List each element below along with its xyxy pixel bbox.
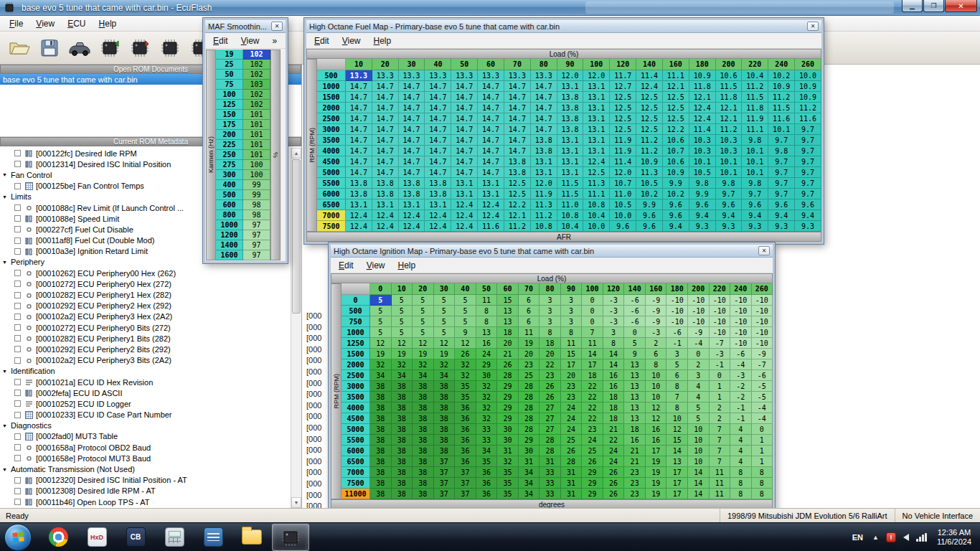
map-cell[interactable]: 26 bbox=[497, 359, 519, 370]
map-cell[interactable]: -10 bbox=[710, 327, 731, 338]
map-cell[interactable]: 22 bbox=[582, 381, 603, 392]
map-cell[interactable]: 32 bbox=[392, 359, 413, 370]
maf-hz-cell[interactable]: 250 bbox=[216, 150, 243, 160]
map-cell[interactable]: 3 bbox=[666, 349, 688, 359]
map-cell[interactable]: 26 bbox=[540, 381, 561, 392]
tree-item-checkbox[interactable] bbox=[14, 183, 21, 189]
map-cell[interactable]: -3 bbox=[710, 349, 731, 359]
map-cell[interactable]: 27 bbox=[540, 413, 561, 424]
map-cell[interactable]: 22 bbox=[603, 435, 625, 446]
map-cell[interactable]: 12.4 bbox=[346, 221, 372, 232]
map-cell[interactable]: 3 bbox=[540, 306, 561, 316]
map-cell[interactable]: 14.7 bbox=[451, 167, 478, 178]
map-cell[interactable]: 36 bbox=[455, 402, 476, 413]
map-cell[interactable]: 13.3 bbox=[451, 70, 478, 81]
map-cell[interactable]: 14.7 bbox=[399, 156, 425, 167]
map-cell[interactable]: 10.1 bbox=[742, 146, 768, 156]
map-cell[interactable]: 19 bbox=[646, 489, 667, 499]
map-cell[interactable]: 13.3 bbox=[372, 70, 399, 81]
map-cell[interactable]: 12.5 bbox=[636, 124, 663, 135]
rpm-header-cell[interactable]: 5000 bbox=[341, 424, 370, 435]
map-cell[interactable]: 34 bbox=[476, 446, 498, 456]
map-cell[interactable]: -10 bbox=[666, 316, 688, 327]
map-cell[interactable]: 1 bbox=[710, 392, 731, 402]
maf-hz-cell[interactable]: 1400 bbox=[216, 240, 243, 250]
map-cell[interactable]: 10 bbox=[666, 413, 688, 424]
map-cell[interactable]: 14.7 bbox=[399, 103, 425, 113]
map-cell[interactable]: 10.3 bbox=[689, 146, 716, 156]
map-cell[interactable]: 20 bbox=[540, 349, 561, 359]
map-cell[interactable]: 6 bbox=[519, 316, 540, 327]
map-cell[interactable]: -10 bbox=[710, 316, 731, 327]
load-header-cell[interactable]: 260 bbox=[752, 283, 773, 295]
ignition-menu-view[interactable]: View bbox=[360, 259, 392, 272]
map-cell[interactable]: 13.1 bbox=[531, 167, 557, 178]
map-cell[interactable]: 13.1 bbox=[583, 81, 610, 92]
map-cell[interactable]: 12.4 bbox=[478, 199, 504, 210]
map-cell[interactable]: 5 bbox=[370, 295, 392, 306]
map-cell[interactable]: 11.9 bbox=[742, 113, 768, 124]
map-cell[interactable]: 11.4 bbox=[689, 124, 716, 135]
rpm-header-cell[interactable]: 5500 bbox=[317, 178, 346, 189]
map-cell[interactable]: 18 bbox=[582, 370, 603, 381]
map-cell[interactable]: 13.1 bbox=[557, 81, 584, 92]
map-cell[interactable]: 8 bbox=[730, 467, 752, 478]
load-header-cell[interactable]: 160 bbox=[663, 59, 689, 70]
map-cell[interactable]: -10 bbox=[752, 306, 773, 316]
rpm-header-cell[interactable]: 3500 bbox=[341, 392, 370, 402]
map-cell[interactable]: 13.1 bbox=[557, 156, 584, 167]
map-cell[interactable]: 11.5 bbox=[557, 178, 584, 189]
map-cell[interactable]: 19 bbox=[413, 349, 434, 359]
map-cell[interactable]: 10.4 bbox=[557, 221, 584, 232]
map-cell[interactable]: 24 bbox=[561, 424, 583, 435]
map-cell[interactable]: 12.4 bbox=[689, 103, 716, 113]
map-cell[interactable]: 10.6 bbox=[663, 135, 689, 146]
map-cell[interactable]: 6 bbox=[519, 295, 540, 306]
map-cell[interactable]: 38 bbox=[413, 467, 434, 478]
map-cell[interactable]: 22 bbox=[582, 402, 603, 413]
map-cell[interactable]: -3 bbox=[646, 327, 667, 338]
map-cell[interactable]: 35 bbox=[476, 456, 498, 467]
map-cell[interactable]: 29 bbox=[582, 467, 603, 478]
map-cell[interactable]: 25 bbox=[519, 370, 540, 381]
map-cell[interactable]: 12.4 bbox=[425, 210, 451, 221]
map-cell[interactable]: 12.0 bbox=[557, 70, 584, 81]
load-header-cell[interactable]: 200 bbox=[716, 59, 743, 70]
map-cell[interactable]: 13.1 bbox=[451, 178, 478, 189]
maf-hz-cell[interactable]: 800 bbox=[216, 210, 243, 220]
map-cell[interactable]: 7 bbox=[582, 327, 603, 338]
map-cell[interactable]: 13.1 bbox=[372, 199, 399, 210]
maf-close-icon[interactable]: ✕ bbox=[271, 22, 283, 31]
map-cell[interactable]: 14.7 bbox=[372, 146, 399, 156]
close-button[interactable]: ✕ bbox=[945, 0, 977, 12]
map-cell[interactable]: 38 bbox=[413, 413, 434, 424]
map-cell[interactable]: 28 bbox=[519, 402, 540, 413]
map-cell[interactable]: 0 bbox=[752, 424, 773, 435]
map-cell[interactable]: 11.2 bbox=[636, 135, 663, 146]
map-cell[interactable]: 13.1 bbox=[425, 199, 451, 210]
map-cell[interactable]: 36 bbox=[476, 489, 498, 499]
map-cell[interactable]: 5 bbox=[455, 295, 476, 306]
map-cell[interactable]: 10.6 bbox=[716, 70, 743, 81]
maf-hz-cell[interactable]: 150 bbox=[216, 110, 243, 120]
map-cell[interactable]: 9.7 bbox=[768, 135, 795, 146]
map-cell[interactable]: 8 bbox=[603, 338, 625, 349]
tree-item[interactable]: [000102a2] ECU Periphery3 Hex (2A2) bbox=[0, 311, 301, 322]
maf-hz-cell[interactable]: 25 bbox=[216, 60, 243, 70]
map-cell[interactable]: -5 bbox=[752, 381, 773, 392]
load-header-cell[interactable]: 20 bbox=[372, 59, 399, 70]
map-cell[interactable]: 14.7 bbox=[346, 103, 372, 113]
map-cell[interactable]: 10.1 bbox=[716, 156, 743, 167]
map-cell[interactable]: 8 bbox=[752, 489, 773, 499]
open-rom-icon[interactable] bbox=[4, 34, 34, 62]
ignition-menu-edit[interactable]: Edit bbox=[332, 259, 360, 272]
map-cell[interactable]: 11.8 bbox=[742, 103, 768, 113]
maf-hz-cell[interactable]: 50 bbox=[216, 70, 243, 80]
map-cell[interactable]: 13.1 bbox=[478, 178, 504, 189]
map-cell[interactable]: 7 bbox=[710, 456, 731, 467]
maximize-button[interactable]: ❐ bbox=[923, 0, 944, 12]
map-cell[interactable]: 9.9 bbox=[689, 189, 716, 199]
load-header-cell[interactable]: 50 bbox=[451, 59, 478, 70]
map-cell[interactable]: 13.3 bbox=[504, 70, 531, 81]
map-cell[interactable]: 35 bbox=[497, 467, 519, 478]
